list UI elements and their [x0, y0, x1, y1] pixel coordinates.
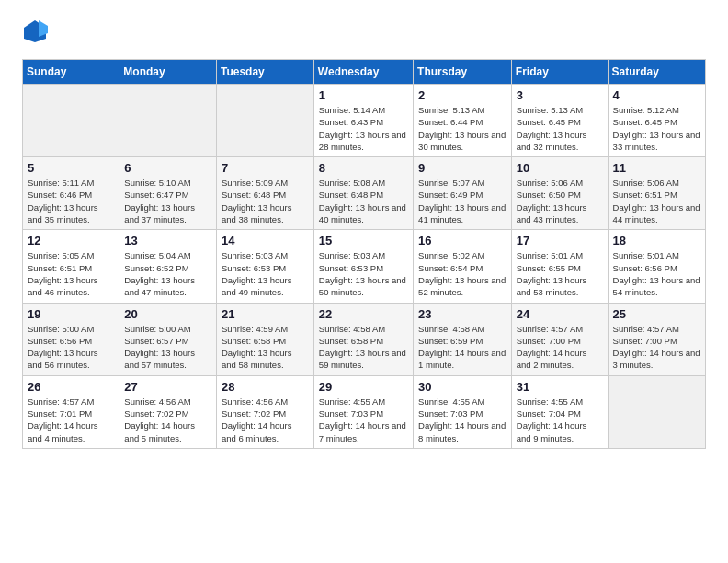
calendar-day-11: 11Sunrise: 5:06 AM Sunset: 6:51 PM Dayli…: [608, 157, 705, 230]
day-number: 1: [319, 88, 408, 102]
day-number: 22: [319, 307, 408, 321]
calendar-week-row: 1Sunrise: 5:14 AM Sunset: 6:43 PM Daylig…: [23, 85, 706, 157]
calendar-week-row: 19Sunrise: 5:00 AM Sunset: 6:56 PM Dayli…: [23, 303, 706, 375]
header-wednesday: Wednesday: [313, 60, 413, 85]
day-info: Sunrise: 4:57 AM Sunset: 7:00 PM Dayligh…: [613, 323, 700, 372]
calendar-day-5: 5Sunrise: 5:11 AM Sunset: 6:46 PM Daylig…: [23, 157, 119, 230]
day-number: 7: [222, 161, 309, 175]
day-number: 15: [319, 234, 408, 247]
calendar-day-19: 19Sunrise: 5:00 AM Sunset: 6:56 PM Dayli…: [23, 303, 119, 375]
calendar-day-24: 24Sunrise: 4:57 AM Sunset: 7:00 PM Dayli…: [511, 303, 608, 375]
calendar-day-8: 8Sunrise: 5:08 AM Sunset: 6:48 PM Daylig…: [313, 157, 413, 230]
day-info: Sunrise: 5:14 AM Sunset: 6:43 PM Dayligh…: [319, 104, 408, 153]
day-info: Sunrise: 5:00 AM Sunset: 6:56 PM Dayligh…: [28, 323, 114, 372]
calendar-day-4: 4Sunrise: 5:12 AM Sunset: 6:45 PM Daylig…: [608, 85, 705, 157]
header-tuesday: Tuesday: [216, 60, 313, 85]
day-number: 2: [418, 88, 506, 102]
day-info: Sunrise: 5:12 AM Sunset: 6:45 PM Dayligh…: [613, 104, 700, 153]
day-number: 19: [28, 307, 114, 321]
header-sunday: Sunday: [23, 60, 119, 85]
calendar-empty-cell: [608, 375, 705, 448]
header-monday: Monday: [119, 60, 217, 85]
day-number: 21: [222, 307, 309, 321]
day-info: Sunrise: 5:08 AM Sunset: 6:48 PM Dayligh…: [319, 177, 408, 225]
day-info: Sunrise: 4:57 AM Sunset: 7:00 PM Dayligh…: [517, 323, 603, 372]
day-number: 26: [28, 380, 114, 394]
day-info: Sunrise: 5:09 AM Sunset: 6:48 PM Dayligh…: [222, 177, 309, 225]
header-saturday: Saturday: [608, 60, 705, 85]
day-info: Sunrise: 4:58 AM Sunset: 6:59 PM Dayligh…: [418, 323, 506, 372]
day-number: 10: [517, 161, 603, 175]
day-info: Sunrise: 5:10 AM Sunset: 6:47 PM Dayligh…: [124, 177, 211, 225]
day-number: 27: [124, 380, 211, 394]
day-info: Sunrise: 4:59 AM Sunset: 6:58 PM Dayligh…: [222, 323, 309, 372]
day-number: 4: [613, 88, 700, 102]
calendar-day-2: 2Sunrise: 5:13 AM Sunset: 6:44 PM Daylig…: [414, 85, 512, 157]
day-number: 30: [418, 380, 506, 394]
day-number: 17: [517, 234, 603, 247]
calendar-day-31: 31Sunrise: 4:55 AM Sunset: 7:04 PM Dayli…: [511, 375, 608, 448]
calendar-table: SundayMondayTuesdayWednesdayThursdayFrid…: [22, 59, 706, 449]
day-number: 20: [124, 307, 211, 321]
day-number: 23: [418, 307, 506, 321]
calendar-day-20: 20Sunrise: 5:00 AM Sunset: 6:57 PM Dayli…: [119, 303, 217, 375]
day-info: Sunrise: 4:58 AM Sunset: 6:58 PM Dayligh…: [319, 323, 408, 372]
calendar-day-18: 18Sunrise: 5:01 AM Sunset: 6:56 PM Dayli…: [608, 230, 705, 303]
day-number: 18: [613, 234, 700, 247]
calendar-day-1: 1Sunrise: 5:14 AM Sunset: 6:43 PM Daylig…: [313, 85, 413, 157]
calendar-day-15: 15Sunrise: 5:03 AM Sunset: 6:53 PM Dayli…: [313, 230, 413, 303]
day-info: Sunrise: 5:03 AM Sunset: 6:53 PM Dayligh…: [319, 249, 408, 298]
day-number: 3: [517, 88, 603, 102]
calendar-day-12: 12Sunrise: 5:05 AM Sunset: 6:51 PM Dayli…: [23, 230, 119, 303]
day-info: Sunrise: 5:00 AM Sunset: 6:57 PM Dayligh…: [124, 323, 211, 372]
day-number: 25: [613, 307, 700, 321]
day-number: 24: [517, 307, 603, 321]
day-number: 9: [418, 161, 506, 175]
calendar-empty-cell: [216, 85, 313, 157]
day-info: Sunrise: 5:13 AM Sunset: 6:44 PM Dayligh…: [418, 104, 506, 153]
calendar-day-30: 30Sunrise: 4:55 AM Sunset: 7:03 PM Dayli…: [414, 375, 512, 448]
day-info: Sunrise: 4:56 AM Sunset: 7:02 PM Dayligh…: [222, 396, 309, 444]
day-info: Sunrise: 5:11 AM Sunset: 6:46 PM Dayligh…: [28, 177, 114, 225]
day-info: Sunrise: 5:06 AM Sunset: 6:51 PM Dayligh…: [613, 177, 700, 225]
logo-icon: [22, 18, 48, 44]
day-info: Sunrise: 5:13 AM Sunset: 6:45 PM Dayligh…: [517, 104, 603, 153]
calendar-day-28: 28Sunrise: 4:56 AM Sunset: 7:02 PM Dayli…: [216, 375, 313, 448]
calendar-day-10: 10Sunrise: 5:06 AM Sunset: 6:50 PM Dayli…: [511, 157, 608, 230]
page: SundayMondayTuesdayWednesdayThursdayFrid…: [0, 0, 728, 464]
day-number: 13: [124, 234, 211, 247]
calendar-day-14: 14Sunrise: 5:03 AM Sunset: 6:53 PM Dayli…: [216, 230, 313, 303]
day-number: 14: [222, 234, 309, 247]
day-info: Sunrise: 5:06 AM Sunset: 6:50 PM Dayligh…: [517, 177, 603, 225]
calendar-day-17: 17Sunrise: 5:01 AM Sunset: 6:55 PM Dayli…: [511, 230, 608, 303]
calendar-header-row: SundayMondayTuesdayWednesdayThursdayFrid…: [23, 60, 706, 85]
calendar-day-25: 25Sunrise: 4:57 AM Sunset: 7:00 PM Dayli…: [608, 303, 705, 375]
day-info: Sunrise: 4:55 AM Sunset: 7:04 PM Dayligh…: [517, 396, 603, 444]
day-info: Sunrise: 4:55 AM Sunset: 7:03 PM Dayligh…: [319, 396, 408, 444]
calendar-day-21: 21Sunrise: 4:59 AM Sunset: 6:58 PM Dayli…: [216, 303, 313, 375]
day-number: 16: [418, 234, 506, 247]
day-info: Sunrise: 4:55 AM Sunset: 7:03 PM Dayligh…: [418, 396, 506, 444]
day-info: Sunrise: 5:01 AM Sunset: 6:55 PM Dayligh…: [517, 249, 603, 298]
calendar-day-13: 13Sunrise: 5:04 AM Sunset: 6:52 PM Dayli…: [119, 230, 217, 303]
calendar-day-3: 3Sunrise: 5:13 AM Sunset: 6:45 PM Daylig…: [511, 85, 608, 157]
calendar-week-row: 12Sunrise: 5:05 AM Sunset: 6:51 PM Dayli…: [23, 230, 706, 303]
day-info: Sunrise: 4:57 AM Sunset: 7:01 PM Dayligh…: [28, 396, 114, 444]
day-info: Sunrise: 5:02 AM Sunset: 6:54 PM Dayligh…: [418, 249, 506, 298]
day-number: 31: [517, 380, 603, 394]
day-info: Sunrise: 4:56 AM Sunset: 7:02 PM Dayligh…: [124, 396, 211, 444]
calendar-day-7: 7Sunrise: 5:09 AM Sunset: 6:48 PM Daylig…: [216, 157, 313, 230]
day-number: 8: [319, 161, 408, 175]
day-info: Sunrise: 5:03 AM Sunset: 6:53 PM Dayligh…: [222, 249, 309, 298]
calendar-day-22: 22Sunrise: 4:58 AM Sunset: 6:58 PM Dayli…: [313, 303, 413, 375]
calendar-day-9: 9Sunrise: 5:07 AM Sunset: 6:49 PM Daylig…: [414, 157, 512, 230]
calendar-week-row: 5Sunrise: 5:11 AM Sunset: 6:46 PM Daylig…: [23, 157, 706, 230]
day-number: 12: [28, 234, 114, 247]
day-info: Sunrise: 5:05 AM Sunset: 6:51 PM Dayligh…: [28, 249, 114, 298]
day-number: 28: [222, 380, 309, 394]
calendar-week-row: 26Sunrise: 4:57 AM Sunset: 7:01 PM Dayli…: [23, 375, 706, 448]
header-thursday: Thursday: [414, 60, 512, 85]
day-number: 5: [28, 161, 114, 175]
day-info: Sunrise: 5:07 AM Sunset: 6:49 PM Dayligh…: [418, 177, 506, 225]
calendar-day-29: 29Sunrise: 4:55 AM Sunset: 7:03 PM Dayli…: [313, 375, 413, 448]
